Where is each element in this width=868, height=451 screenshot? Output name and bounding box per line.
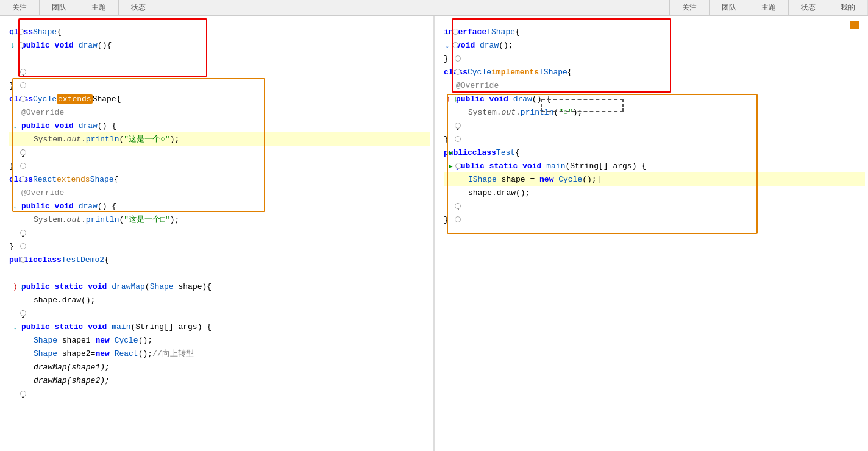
- tab-我的-right[interactable]: 我的: [828, 0, 868, 15]
- line-close-draw-react: }: [9, 226, 430, 240]
- line-close-cycle-right: }: [444, 132, 865, 146]
- tab-团队-left[interactable]: 团队: [40, 0, 79, 15]
- line-close-drawmap: }: [9, 307, 430, 320]
- line-close-draw: }: [9, 65, 430, 79]
- brace: {: [57, 27, 62, 37]
- arrow-main-left[interactable]: ↓: [13, 322, 18, 332]
- line-shape2: Shape shape2=new React();//向上转型: [9, 347, 430, 360]
- line-void-draw-ishape: ↓ void draw();: [444, 38, 865, 52]
- main-container: 关注 团队 主题 状态 关注 团队 主题 状态 我的 ↓ class Shape…: [0, 0, 868, 451]
- arrow-drawmap2[interactable]: ↓: [20, 282, 25, 291]
- line-override-2: @Override: [9, 186, 430, 199]
- line-empty-2: [9, 266, 430, 280]
- tab-状态-left[interactable]: 状态: [119, 0, 158, 15]
- left-code-panel: ↓ class Shape{ ↓ public void draw(){: [0, 16, 434, 451]
- line-class-cycle-right: class Cycle implements IShape {: [444, 65, 865, 79]
- line-draw-cycle: ↓ public void draw() {: [9, 119, 430, 132]
- fold-close-test[interactable]: [455, 216, 461, 222]
- arrow-draw-react[interactable]: ↓: [13, 202, 18, 211]
- line-draw-shape: ↓ public void draw(){: [9, 38, 430, 52]
- fold-close-interface[interactable]: [455, 55, 461, 62]
- fold-close-draw-react[interactable]: [20, 230, 26, 236]
- fold-close-main[interactable]: [20, 391, 26, 397]
- arrow-right-main[interactable]: ▶: [449, 162, 453, 170]
- tab-关注-right[interactable]: 关注: [670, 0, 710, 15]
- line-main-right: ▶ public static void main(String[] args)…: [444, 159, 865, 172]
- arrow-draw-cycle[interactable]: ↓: [13, 121, 18, 130]
- line-drawmap-2: drawMap(shape2);: [9, 374, 430, 387]
- fold-cycle-right[interactable]: [455, 69, 461, 75]
- line-shape-draw-right: shape.draw();: [444, 186, 865, 199]
- line-class-shape: ↓ class Shape{: [9, 25, 430, 38]
- fold-testdemo2[interactable]: [20, 257, 26, 263]
- fold-shape[interactable]: [18, 29, 24, 35]
- line-close-main: }: [9, 387, 430, 400]
- line-close-main-right: }: [444, 199, 865, 213]
- right-code-panel: ↓ interface IShape { ↓ void draw(); }: [434, 16, 868, 451]
- fold-react[interactable]: [20, 176, 26, 182]
- line-class-test: ▶ public class Test {: [444, 146, 865, 159]
- arrow-drawmap[interactable]: ): [13, 282, 18, 291]
- tab-状态-right[interactable]: 状态: [789, 0, 828, 15]
- line-interface-ishape: ↓ interface IShape {: [444, 25, 865, 38]
- arrow-draw[interactable]: ↓: [10, 41, 15, 50]
- line-println-cycle-right: System.out.println("○");: [444, 105, 865, 119]
- fold-close-draw-cycle[interactable]: [20, 149, 26, 155]
- line-drawmap: ) ↓ public static void drawMap(Shape sha…: [9, 280, 430, 293]
- line-class-react: class React extends Shape{: [9, 172, 430, 186]
- line-main-left: ↓ public static void main(String[] args)…: [9, 320, 430, 333]
- fold-void-draw[interactable]: [452, 42, 458, 48]
- line-class-testdemo2: public class TestDemo2 {: [9, 253, 430, 266]
- fold-close-cycle-right[interactable]: [455, 136, 461, 142]
- kw-extends: extends: [57, 94, 93, 104]
- tab-主题-left[interactable]: 主题: [79, 0, 119, 15]
- fold-interface[interactable]: [452, 29, 458, 35]
- fold-close-main-right[interactable]: [455, 203, 461, 209]
- arrow-shape[interactable]: ↓: [10, 27, 15, 37]
- tab-团队-right[interactable]: 团队: [710, 0, 749, 15]
- line-ishape-shape: IShape shape = new Cycle();|: [444, 172, 865, 186]
- fold-close-cycle[interactable]: [20, 163, 26, 169]
- tab-关注-left[interactable]: 关注: [0, 0, 40, 15]
- line-close-react: }: [9, 240, 430, 253]
- arrow-void-draw[interactable]: ↓: [445, 41, 450, 50]
- line-class-cycle: class Cycle extends Shape{: [9, 92, 430, 105]
- line-close-draw-cycle: }: [9, 146, 430, 159]
- arrow-up-draw[interactable]: ↑: [446, 94, 451, 104]
- line-override-1: @Override: [9, 105, 430, 119]
- arrow-interface[interactable]: ↓: [445, 27, 450, 37]
- fold-close-drawmap[interactable]: [20, 310, 26, 316]
- line-empty-1: [9, 52, 430, 65]
- fold-close-react[interactable]: [20, 243, 26, 249]
- tab-主题-right[interactable]: 主题: [749, 0, 789, 15]
- fold-main-right[interactable]: [455, 163, 461, 169]
- fold-draw[interactable]: [18, 42, 24, 48]
- fold-close-draw[interactable]: [20, 69, 26, 75]
- line-draw-cycle-right: ↑ ↓ public void draw() {: [444, 92, 865, 105]
- arrow-right-test[interactable]: ▶: [449, 149, 453, 157]
- line-close-test: }: [444, 213, 865, 226]
- line-println-cycle: System.out.println("这是一个○");: [9, 132, 430, 146]
- line-shape1: Shape shape1=new Cycle();: [9, 333, 430, 347]
- line-close-interface: }: [444, 52, 865, 65]
- line-println-react: System.out.println("这是一个□");: [9, 213, 430, 226]
- arrow-down-draw[interactable]: ↓: [454, 94, 458, 104]
- line-draw-react: ↓ public void draw() {: [9, 199, 430, 213]
- fold-cycle[interactable]: [20, 96, 26, 102]
- line-override-right: @Override: [444, 79, 865, 92]
- line-shape-draw: shape.draw();: [9, 293, 430, 307]
- fold-close-draw-cycle-r[interactable]: [455, 123, 461, 129]
- line-close-cycle: }: [9, 159, 430, 172]
- line-drawmap-1: drawMap(shape1);: [9, 360, 430, 374]
- line-close-draw-cycle-right: }: [444, 119, 865, 132]
- line-close-shape: }: [9, 79, 430, 92]
- fold-close-shape[interactable]: [20, 82, 26, 88]
